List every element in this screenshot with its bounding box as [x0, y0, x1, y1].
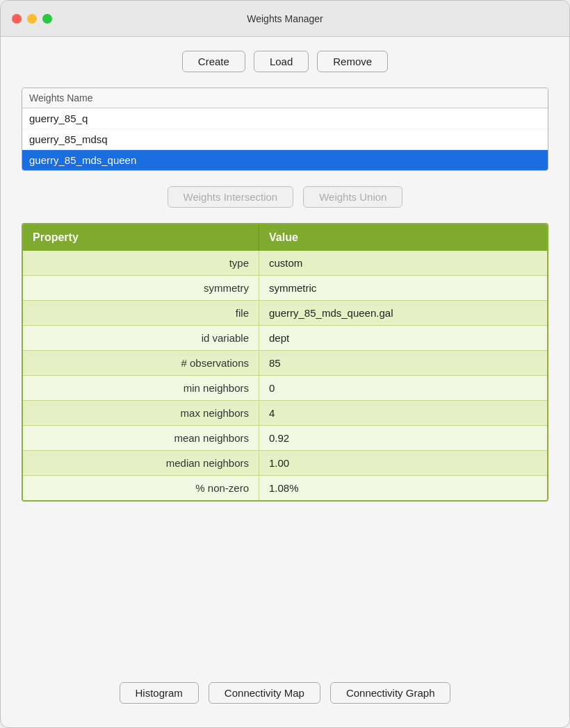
prop-name-symmetry: symmetry — [23, 276, 259, 300]
weights-intersection-button[interactable]: Weights Intersection — [168, 186, 294, 208]
minimize-button[interactable] — [27, 14, 37, 24]
value-header-cell: Value — [259, 224, 547, 251]
histogram-button[interactable]: Histogram — [120, 682, 199, 704]
prop-name-min-neighbors: min neighbors — [23, 376, 259, 400]
prop-name-type: type — [23, 251, 259, 275]
main-toolbar: Create Load Remove — [22, 51, 548, 72]
main-content: Create Load Remove Weights Name guerry_8… — [1, 37, 569, 727]
create-button[interactable]: Create — [182, 51, 245, 72]
prop-value-type: custom — [259, 251, 547, 275]
window-title: Weights Manager — [247, 13, 323, 24]
weights-row-2[interactable]: guerry_85_mds_queen — [22, 150, 548, 170]
maximize-button[interactable] — [42, 14, 52, 24]
weights-union-button[interactable]: Weights Union — [303, 186, 402, 208]
intersection-union-toolbar: Weights Intersection Weights Union — [22, 186, 548, 208]
prop-value-max-neighbors: 4 — [259, 401, 547, 425]
weights-row-0[interactable]: guerry_85_q — [22, 108, 548, 129]
prop-value-non-zero: 1.08% — [259, 476, 547, 500]
prop-row-type: type custom — [23, 251, 547, 276]
prop-value-min-neighbors: 0 — [259, 376, 547, 400]
prop-name-max-neighbors: max neighbors — [23, 401, 259, 425]
titlebar: Weights Manager — [1, 1, 569, 37]
prop-row-non-zero: % non-zero 1.08% — [23, 476, 547, 500]
properties-table: Property Value type custom symmetry symm… — [22, 223, 548, 502]
prop-value-mean-neighbors: 0.92 — [259, 426, 547, 450]
prop-row-min-neighbors: min neighbors 0 — [23, 376, 547, 401]
property-header-cell: Property — [23, 224, 259, 251]
properties-header: Property Value — [23, 224, 547, 251]
prop-value-id-variable: dept — [259, 326, 547, 350]
prop-name-file: file — [23, 301, 259, 325]
prop-name-mean-neighbors: mean neighbors — [23, 426, 259, 450]
prop-value-symmetry: symmetric — [259, 276, 547, 300]
prop-name-observations: # observations — [23, 351, 259, 375]
prop-name-non-zero: % non-zero — [23, 476, 259, 500]
prop-row-max-neighbors: max neighbors 4 — [23, 401, 547, 426]
prop-value-median-neighbors: 1.00 — [259, 451, 547, 475]
prop-row-mean-neighbors: mean neighbors 0.92 — [23, 426, 547, 451]
prop-row-median-neighbors: median neighbors 1.00 — [23, 451, 547, 476]
bottom-toolbar: Histogram Connectivity Map Connectivity … — [22, 682, 548, 713]
weights-list: Weights Name guerry_85_q guerry_85_mdsq … — [22, 88, 548, 171]
prop-value-file: guerry_85_mds_queen.gal — [259, 301, 547, 325]
prop-row-file: file guerry_85_mds_queen.gal — [23, 301, 547, 326]
weights-list-header: Weights Name — [22, 88, 548, 108]
window-controls — [12, 14, 52, 24]
prop-row-id-variable: id variable dept — [23, 326, 547, 351]
weights-manager-window: Weights Manager Create Load Remove Weigh… — [0, 0, 570, 728]
prop-row-observations: # observations 85 — [23, 351, 547, 376]
weights-row-1[interactable]: guerry_85_mdsq — [22, 129, 548, 150]
prop-row-symmetry: symmetry symmetric — [23, 276, 547, 301]
prop-name-id-variable: id variable — [23, 326, 259, 350]
remove-button[interactable]: Remove — [317, 51, 388, 72]
close-button[interactable] — [12, 14, 22, 24]
prop-value-observations: 85 — [259, 351, 547, 375]
connectivity-graph-button[interactable]: Connectivity Graph — [330, 682, 451, 704]
connectivity-map-button[interactable]: Connectivity Map — [209, 682, 320, 704]
prop-name-median-neighbors: median neighbors — [23, 451, 259, 475]
load-button[interactable]: Load — [254, 51, 309, 72]
